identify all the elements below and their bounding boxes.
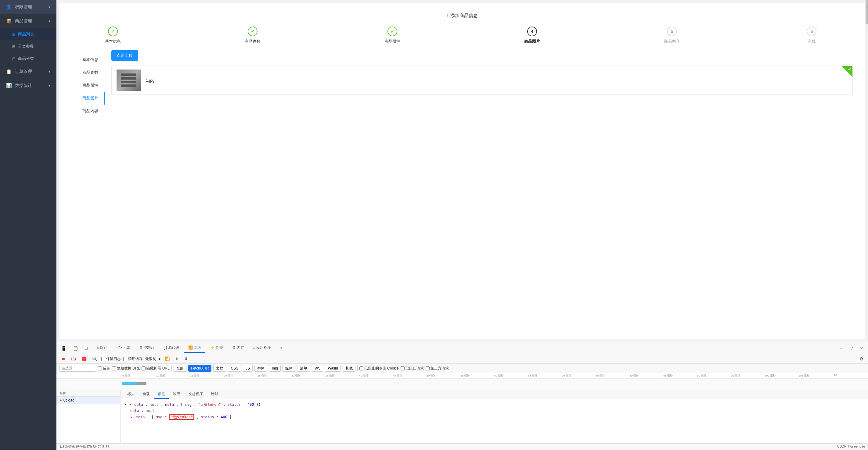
- devtools-tab-wangluo[interactable]: 📶 网络: [184, 343, 205, 353]
- devtools-help-icon[interactable]: ?: [849, 345, 855, 352]
- devtools-tab-yuansu[interactable]: </> 元素: [112, 343, 134, 353]
- sidebar-item-shangpinliebiao[interactable]: ⊞ 商品列表: [0, 28, 57, 40]
- form-nav-shangpintupian[interactable]: 商品图片: [66, 92, 105, 104]
- form-nav-jibenxinxi[interactable]: 基本信息: [66, 53, 105, 66]
- step-label-2: 商品参数: [245, 39, 260, 44]
- order-icon: 📋: [6, 69, 12, 74]
- status-bar-left: 1/3 次请求 已传输479 B/479 B 55: [60, 445, 109, 449]
- filter-manifest-btn[interactable]: 清单: [297, 365, 310, 372]
- filter-input[interactable]: [60, 365, 96, 372]
- step-item-4: 4 商品图片: [497, 27, 567, 44]
- sidebar-item-dingdan[interactable]: 📋 订单管理: [0, 65, 57, 79]
- filter-fetch-btn[interactable]: Fetch/XHR: [188, 365, 212, 372]
- form-nav-shangpinneirong[interactable]: 商品内容: [66, 104, 105, 117]
- form-nav-shangpinshuxing[interactable]: 商品属性: [66, 79, 105, 92]
- throttle-chevron[interactable]: [159, 357, 160, 361]
- step-wizard: ✓ 基本信息 ✓ 商品参数 ✓ 商品属性: [66, 24, 859, 50]
- devtools-device-icon[interactable]: 📱: [60, 345, 68, 352]
- grid-icon: ⊞: [12, 32, 16, 37]
- image-card: 1.jpg ✓: [111, 66, 853, 95]
- panel-tab-fuhao[interactable]: 负载: [139, 390, 153, 399]
- devtools-tab-yuandaima[interactable]: { } 源代码: [159, 343, 183, 353]
- disanfang-label[interactable]: 第三方请求: [426, 366, 449, 371]
- devtools-tab-yingyong[interactable]: □ 应用程序: [249, 343, 276, 353]
- disanfang-checkbox[interactable]: [426, 366, 430, 371]
- wifi-icon[interactable]: 📶: [163, 355, 171, 362]
- scrollbar-thumb[interactable]: [866, 0, 868, 24]
- devtools-tab-kongzhitai[interactable]: ⊟ 控制台: [135, 343, 159, 353]
- json-root-line: { data : null , meta : { msg : "无效token"…: [124, 401, 864, 408]
- jinyong-huancun-checkbox[interactable]: [123, 357, 127, 361]
- devtools-more-icon[interactable]: ⋯: [838, 345, 845, 352]
- step-item-6: 6 完成: [777, 27, 847, 44]
- fanz-label[interactable]: 反转: [98, 366, 110, 371]
- upload-icon[interactable]: ⬆: [174, 355, 180, 362]
- step-circle-1: ✓: [108, 27, 118, 36]
- step-connector-4: [567, 32, 637, 32]
- devtools-console-drawer-icon[interactable]: □: [83, 345, 89, 352]
- step-circle-6: 6: [807, 27, 816, 36]
- settings-icon[interactable]: ⚙: [858, 355, 865, 362]
- devtools-network-toolbar: ⏺ 🚫 🔴9 🔍 保留日志 禁用缓存 无限制 📶 ⬆ ⬇ ⚙: [57, 354, 868, 364]
- error-badge-button[interactable]: 🔴9: [80, 355, 88, 362]
- baoliu-rizhi-checkbox[interactable]: [101, 357, 105, 361]
- step-item-1: ✓ 基本信息: [78, 27, 148, 44]
- devtools-inspect-icon[interactable]: 📋: [71, 345, 80, 352]
- yincang-ext-checkbox[interactable]: [142, 366, 146, 371]
- sidebar-item-shangpin[interactable]: 📦 商品管理: [0, 14, 57, 28]
- sidebar-item-shuju[interactable]: 📊 数据统计: [0, 79, 57, 93]
- sidebar-item-quanxian[interactable]: 👤 权限管理: [0, 0, 57, 14]
- download-icon[interactable]: ⬇: [183, 355, 189, 362]
- sidebar-item-shangpinfenlei[interactable]: ⊞ 商品分类: [0, 53, 57, 65]
- panel-tab-yulan[interactable]: 预览: [154, 390, 169, 399]
- devtools-tab-plus[interactable]: +: [276, 344, 286, 352]
- network-row-upload[interactable]: ● upload: [57, 397, 120, 404]
- filter-media-btn[interactable]: 媒体: [282, 365, 295, 372]
- sidebar-item-fenleicanshu[interactable]: ⊞ 分类参数: [0, 40, 57, 53]
- devtools-tab-neicun[interactable]: ⚙ 内存: [228, 343, 248, 353]
- yincang-ext-label[interactable]: 隐藏扩展 URL: [142, 366, 169, 371]
- filter-css-btn[interactable]: CSS: [228, 365, 241, 372]
- filter-other-btn[interactable]: 其他: [343, 365, 355, 372]
- filter-wasm-btn[interactable]: Wasm: [325, 365, 341, 372]
- filter-js-btn[interactable]: JS: [243, 365, 253, 372]
- step-item-5: 5 商品内容: [637, 27, 707, 44]
- filter-font-btn[interactable]: 字体: [254, 365, 267, 372]
- sidebar-item-dingdan-label: 订单管理: [15, 69, 32, 74]
- form-nav-shangpincanshu[interactable]: 商品参数: [66, 66, 105, 79]
- yizuzhiqingqiu-label[interactable]: 已阻止请求: [401, 366, 424, 371]
- panel-tab-xiangying[interactable]: 响应: [169, 390, 184, 399]
- baoliu-rizhi-label[interactable]: 保留日志: [101, 356, 121, 362]
- devtools-tab-welcome[interactable]: ⌂ 欢迎: [92, 343, 112, 353]
- filter-ws-btn[interactable]: WS: [312, 365, 323, 372]
- expand-meta-arrow[interactable]: [130, 415, 132, 419]
- clear-button[interactable]: 🚫: [69, 355, 78, 362]
- step-item-3: ✓ 商品属性: [357, 27, 427, 44]
- record-button[interactable]: ⏺: [60, 355, 67, 362]
- page-area: ℹ 添加商品信息 ✓ 基本信息 ✓ 商品参数: [57, 0, 868, 342]
- shelf-line-2: [121, 77, 136, 79]
- yizuzhi-checkbox[interactable]: [360, 366, 363, 371]
- devtools-tab-xingneng[interactable]: ⚡ 性能: [206, 343, 227, 353]
- fanz-checkbox[interactable]: [98, 366, 102, 371]
- panel-tab-biaotou[interactable]: 标头: [124, 390, 138, 399]
- filter-doc-btn[interactable]: 文档: [213, 365, 226, 372]
- page-title: 添加商品信息: [450, 13, 478, 19]
- yizuzhiqingqiu-checkbox[interactable]: [401, 366, 405, 371]
- panel-tab-faqi[interactable]: 发起程序: [185, 390, 207, 399]
- json-data-line: data : null: [124, 408, 864, 414]
- yizuzhi-label[interactable]: 已阻止的响应 Cookie: [360, 366, 399, 371]
- yincang-url-label[interactable]: 隐藏数据 URL: [112, 366, 140, 371]
- filter-img-btn[interactable]: Img: [269, 365, 281, 372]
- expand-root-arrow[interactable]: [124, 403, 126, 407]
- sidebar-sub-item-label: 商品列表: [18, 31, 34, 37]
- panel-tab-jishi[interactable]: 计时: [207, 390, 222, 399]
- devtools-close-icon[interactable]: ✕: [858, 345, 865, 352]
- jinyong-huancun-label[interactable]: 禁用缓存: [123, 356, 143, 362]
- search-button[interactable]: 🔍: [91, 355, 99, 362]
- yincang-url-checkbox[interactable]: [112, 366, 116, 371]
- scrollbar-track[interactable]: [866, 0, 868, 342]
- filter-all-btn[interactable]: 全部: [174, 365, 186, 372]
- upload-button[interactable]: 点击上传: [111, 50, 138, 61]
- chevron-down-icon: [49, 19, 50, 23]
